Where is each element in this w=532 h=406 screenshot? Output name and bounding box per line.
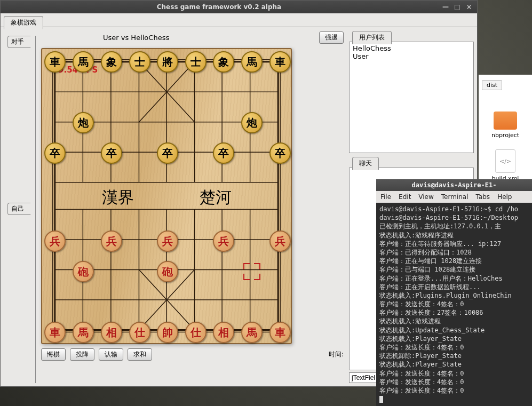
piece-red-pawn[interactable]: 兵 bbox=[44, 230, 66, 252]
maximize-icon[interactable]: □ bbox=[454, 3, 461, 11]
menu-edit[interactable]: Edit bbox=[399, 193, 411, 201]
force-quit-button[interactable]: 强退 bbox=[319, 31, 344, 44]
tab-opponent[interactable]: 对手 bbox=[7, 36, 31, 48]
piece-black-horse[interactable]: 馬 bbox=[241, 51, 263, 73]
piece-black-advisor[interactable]: 士 bbox=[185, 51, 207, 73]
fm-file-buildxml[interactable]: </> build.xml bbox=[482, 149, 529, 182]
piece-black-chariot[interactable]: 車 bbox=[269, 51, 291, 73]
terminal-output[interactable]: davis@davis-Aspire-E1-571G:~$ cd /ho dav… bbox=[376, 203, 532, 406]
close-icon[interactable]: × bbox=[465, 3, 473, 11]
piece-red-cannon[interactable]: 砲 bbox=[73, 261, 94, 282]
piece-red-pawn[interactable]: 兵 bbox=[101, 230, 122, 252]
menu-tabs[interactable]: Tabs bbox=[476, 193, 490, 201]
tab-chess-game[interactable]: 象棋游戏 bbox=[4, 16, 43, 29]
menu-help[interactable]: Help bbox=[497, 193, 512, 201]
piece-red-elephant[interactable]: 相 bbox=[101, 322, 122, 343]
piece-red-pawn[interactable]: 兵 bbox=[157, 230, 178, 252]
piece-red-pawn[interactable]: 兵 bbox=[269, 230, 291, 252]
piece-black-pawn[interactable]: 卒 bbox=[44, 142, 66, 164]
user-list-item[interactable]: User bbox=[353, 52, 470, 60]
piece-red-horse[interactable]: 馬 bbox=[73, 322, 94, 343]
file-icon: </> bbox=[495, 149, 515, 173]
piece-black-elephant[interactable]: 象 bbox=[213, 51, 234, 73]
piece-red-general[interactable]: 帥 bbox=[157, 322, 178, 343]
piece-black-pawn[interactable]: 卒 bbox=[157, 142, 178, 164]
piece-red-advisor[interactable]: 仕 bbox=[129, 322, 150, 343]
time-label: 时间: bbox=[329, 350, 344, 359]
piece-black-pawn[interactable]: 卒 bbox=[101, 142, 122, 164]
piece-black-advisor[interactable]: 士 bbox=[129, 51, 150, 73]
tab-user-list[interactable]: 用户列表 bbox=[352, 31, 392, 44]
tab-self[interactable]: 自己 bbox=[7, 203, 31, 215]
resign-button[interactable]: 投降 bbox=[70, 348, 94, 361]
piece-red-horse[interactable]: 馬 bbox=[241, 322, 263, 343]
piece-black-elephant[interactable]: 象 bbox=[101, 51, 122, 73]
minimize-icon[interactable]: — bbox=[442, 3, 449, 11]
piece-red-cannon[interactable]: 砲 bbox=[157, 261, 178, 282]
selection-cursor bbox=[243, 262, 261, 281]
tab-chat[interactable]: 聊天 bbox=[352, 157, 379, 170]
piece-red-elephant[interactable]: 相 bbox=[213, 322, 234, 343]
window-title: Chess game framework v0.2 alpha bbox=[1, 3, 438, 11]
menu-view[interactable]: View bbox=[418, 193, 433, 201]
terminal-title: davis@davis-Aspire-E1- bbox=[376, 181, 532, 189]
terminal-window: davis@davis-Aspire-E1- File Edit View Te… bbox=[376, 179, 532, 406]
fm-breadcrumb[interactable]: dist bbox=[482, 80, 502, 90]
chess-board[interactable]: 9.54 FPS 漢界 楚河 車 馬 象 士 將 士 象 馬 車 炮 炮 卒 bbox=[41, 48, 292, 344]
piece-red-pawn[interactable]: 兵 bbox=[213, 230, 234, 252]
terminal-titlebar[interactable]: davis@davis-Aspire-E1- bbox=[376, 179, 532, 191]
folder-icon bbox=[494, 112, 517, 130]
undo-button[interactable]: 悔棋 bbox=[41, 348, 66, 361]
piece-black-pawn[interactable]: 卒 bbox=[269, 142, 291, 164]
piece-black-general[interactable]: 將 bbox=[157, 51, 178, 73]
user-list-panel: 用户列表 HelloChess User bbox=[349, 30, 474, 153]
concede-button[interactable]: 认输 bbox=[99, 348, 123, 361]
river-right: 楚河 bbox=[200, 187, 232, 209]
draw-button[interactable]: 求和 bbox=[128, 348, 152, 361]
piece-red-advisor[interactable]: 仕 bbox=[185, 322, 207, 343]
river-left: 漢界 bbox=[102, 187, 134, 209]
user-list-item[interactable]: HelloChess bbox=[353, 44, 470, 52]
match-label: User vs HelloChess bbox=[41, 34, 315, 42]
piece-black-chariot[interactable]: 車 bbox=[44, 51, 66, 73]
menu-file[interactable]: File bbox=[380, 193, 391, 201]
piece-red-chariot[interactable]: 車 bbox=[44, 322, 66, 343]
piece-black-cannon[interactable]: 炮 bbox=[73, 112, 94, 133]
fm-folder-label: nbproject bbox=[482, 132, 529, 139]
piece-black-cannon[interactable]: 炮 bbox=[241, 112, 263, 133]
menu-terminal[interactable]: Terminal bbox=[441, 193, 469, 201]
titlebar[interactable]: Chess game framework v0.2 alpha — □ × bbox=[1, 1, 477, 13]
fm-folder-nbproject[interactable]: nbproject bbox=[482, 112, 529, 139]
piece-red-chariot[interactable]: 車 bbox=[269, 322, 291, 343]
piece-black-horse[interactable]: 馬 bbox=[73, 51, 94, 73]
piece-black-pawn[interactable]: 卒 bbox=[213, 142, 234, 164]
